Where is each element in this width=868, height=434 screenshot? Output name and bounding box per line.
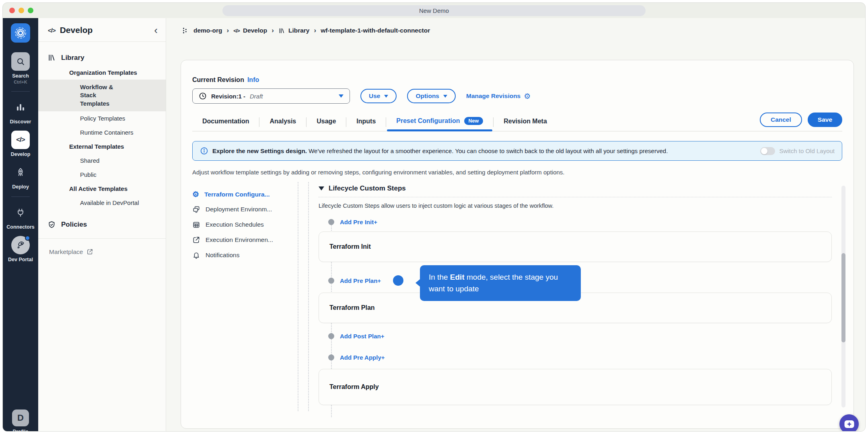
sidebar-item-organization-templates[interactable]: Organization Templates xyxy=(38,66,166,80)
rail-label: Search xyxy=(12,73,29,79)
breadcrumb-develop[interactable]: </> Develop xyxy=(233,27,267,34)
settings-nav-execution-schedules[interactable]: Execution Schedules xyxy=(192,217,298,232)
sidebar-header: </> Develop ‹ xyxy=(38,18,166,42)
close-button[interactable] xyxy=(9,8,15,13)
rail-label: Connectors xyxy=(6,224,34,230)
sidebar-nav: Library Organization Templates Workflow … xyxy=(38,42,166,260)
tab-preset-configuration[interactable]: Preset Configuration New xyxy=(386,113,493,131)
breadcrumb-page: wf-template-1-with-default-connector xyxy=(321,27,430,34)
chevron-down-icon xyxy=(384,95,388,98)
develop-sidebar: </> Develop ‹ Library Organization Templ… xyxy=(38,18,166,431)
sidebar-item-marketplace[interactable]: Marketplace xyxy=(38,244,166,260)
add-post-plan-link[interactable]: Add Post Plan+ xyxy=(319,333,832,340)
rail-item-search[interactable]: Search Ctrl+K xyxy=(11,52,30,84)
sidebar-item-policies[interactable]: Policies xyxy=(38,217,166,233)
breadcrumb-org[interactable]: demo-org xyxy=(193,27,222,34)
screens-icon xyxy=(192,205,200,213)
minimize-button[interactable] xyxy=(19,8,24,13)
lifecycle-section-header[interactable]: Lifecycle Custom Steps xyxy=(319,184,832,197)
terraform-init-card[interactable]: Terraform Init xyxy=(319,231,832,262)
manage-revisions-label: Manage Revisions xyxy=(466,92,520,100)
sidebar-item-public[interactable]: Public xyxy=(38,168,166,182)
manage-revisions-link[interactable]: Manage Revisions ⚙ xyxy=(466,92,531,100)
rail-label: Develop xyxy=(11,151,31,157)
sidebar-item-policy-templates[interactable]: Policy Templates xyxy=(38,111,166,125)
settings-nav-label: Terraform Configura... xyxy=(204,191,269,198)
add-pre-init-link[interactable]: Add Pre Init+ xyxy=(319,219,832,225)
tab-actions: Cancel Save xyxy=(760,113,842,131)
breadcrumb-library[interactable]: Library xyxy=(278,27,310,34)
tab-inputs[interactable]: Inputs xyxy=(346,114,386,131)
terraform-apply-card[interactable]: Terraform Apply xyxy=(319,369,832,405)
chevron-down-icon xyxy=(339,94,343,98)
discover-iconbox xyxy=(11,98,30,117)
window-titlebar: New Demo xyxy=(3,3,865,18)
settings-nav-terraform-configuration[interactable]: ⚙ Terraform Configura... xyxy=(192,187,298,202)
tab-documentation[interactable]: Documentation xyxy=(192,114,259,131)
collapse-triangle-icon xyxy=(319,186,324,190)
sidebar-divider xyxy=(38,238,166,239)
new-design-banner: Explore the new Settings design. We've r… xyxy=(192,141,842,161)
edit-mode-tooltip: In the Edit mode, select the stage you w… xyxy=(420,265,581,301)
breadcrumb-label: Develop xyxy=(243,27,267,34)
gear-icon: ⚙ xyxy=(192,190,199,198)
collapse-sidebar-icon[interactable]: ‹ xyxy=(154,25,158,35)
banner-rest: We've refreshed the layout for a smoothe… xyxy=(309,147,668,154)
app-window: New Demo Search Ctrl+K xyxy=(2,2,866,432)
rail-item-profile[interactable]: D Profile xyxy=(12,409,29,432)
scrollbar-thumb[interactable] xyxy=(841,253,845,342)
calendar-grid-icon xyxy=(192,221,200,229)
app-body: Search Ctrl+K Discover </> Deve xyxy=(3,18,865,431)
revision-info-link[interactable]: Info xyxy=(247,76,259,84)
cancel-button[interactable]: Cancel xyxy=(760,113,802,127)
brand-logo[interactable] xyxy=(11,23,30,43)
tab-label: Preset Configuration xyxy=(396,117,460,125)
rail-label: Dev Portal xyxy=(8,257,33,262)
tooltip-pre: In the xyxy=(429,273,450,281)
add-post-plan-label: Add Post Plan+ xyxy=(340,333,384,340)
tab-analysis[interactable]: Analysis xyxy=(259,114,306,131)
add-pre-apply-link[interactable]: Add Pre Apply+ xyxy=(319,354,832,361)
settings-nav-label: Execution Environmen... xyxy=(206,236,273,244)
revision-select[interactable]: Revision:1 - Draft xyxy=(192,88,350,104)
sidebar-item-available-in-devportal[interactable]: Available in DevPortal xyxy=(38,196,166,210)
chevron-right-icon: › xyxy=(314,27,316,35)
sidebar-item-all-active-templates[interactable]: All Active Templates xyxy=(38,182,166,196)
chevron-right-icon: › xyxy=(226,27,229,35)
sidebar-item-external-templates[interactable]: External Templates xyxy=(38,139,166,154)
save-button[interactable]: Save xyxy=(808,113,842,127)
options-button[interactable]: Options xyxy=(407,89,456,103)
scrollbar-track xyxy=(841,186,845,407)
assistant-fab-button[interactable] xyxy=(839,414,859,431)
sidebar-item-shared[interactable]: Shared xyxy=(38,154,166,168)
sidebar-item-workflow-stack-templates[interactable]: Workflow & Stack Templates xyxy=(38,80,166,111)
rail-item-connectors[interactable]: Connectors xyxy=(6,203,34,230)
toggle-knob xyxy=(761,148,767,154)
switch-old-layout-toggle[interactable] xyxy=(760,147,775,155)
rocket-icon xyxy=(15,167,26,178)
use-button[interactable]: Use xyxy=(360,89,397,103)
rail-item-develop[interactable]: </> Develop xyxy=(11,131,31,157)
breadcrumb-label: Library xyxy=(288,27,310,34)
rail-label: Deploy xyxy=(12,184,29,190)
settings-nav-deployment-environments[interactable]: Deployment Environm... xyxy=(192,202,298,217)
rail-item-deploy[interactable]: Deploy xyxy=(11,163,30,190)
step-card-title: Terraform Plan xyxy=(329,304,375,311)
zoom-button[interactable] xyxy=(28,8,33,13)
sidebar-item-library[interactable]: Library xyxy=(38,50,166,66)
settings-nav-execution-environments[interactable]: Execution Environmen... xyxy=(192,232,298,248)
rail-item-devportal[interactable]: Dev Portal xyxy=(8,236,33,262)
deploy-iconbox xyxy=(11,163,30,182)
settings-description: Adjust workflow template settings by add… xyxy=(192,169,842,176)
settings-nav-notifications[interactable]: Notifications xyxy=(192,248,298,263)
step-card-title: Terraform Init xyxy=(329,243,371,250)
search-shortcut: Ctrl+K xyxy=(14,80,27,84)
rail-item-discover[interactable]: Discover xyxy=(10,98,31,125)
cancel-button-label: Cancel xyxy=(771,116,791,123)
notification-dot xyxy=(25,235,30,241)
sidebar-item-runtime-containers[interactable]: Runtime Containers xyxy=(38,125,166,139)
screen: New Demo Search Ctrl+K xyxy=(0,0,868,434)
tab-revision-meta[interactable]: Revision Meta xyxy=(494,114,557,131)
settings-nav-label: Execution Schedules xyxy=(206,221,264,228)
tab-usage[interactable]: Usage xyxy=(306,114,346,131)
